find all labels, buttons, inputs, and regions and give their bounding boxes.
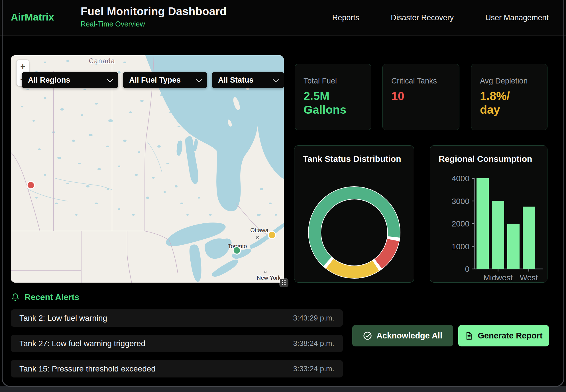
- svg-text:4000: 4000: [452, 174, 469, 183]
- tank-status-distribution-card: Tank Status Distribution: [294, 145, 414, 283]
- map-filters: All Regions All Fuel Types All Status: [22, 72, 284, 88]
- chevron-down-icon: [107, 76, 113, 82]
- alert-row: Tank 15: Pressure threshold exceeded 3:3…: [11, 360, 343, 377]
- alert-timestamp: 3:43:29 p.m.: [293, 314, 334, 322]
- filter-fuel-types-value: All Fuel Types: [129, 76, 181, 85]
- chevron-down-icon: [196, 76, 202, 82]
- bell-icon: [11, 293, 20, 302]
- generate-report-label: Generate Report: [478, 331, 542, 340]
- alert-timestamp: 3:33:24 p.m.: [293, 364, 334, 373]
- alert-message: Tank 2: Low fuel warning: [19, 314, 107, 323]
- map-city-ottawa: Ottawa: [250, 227, 268, 233]
- map-city-newyork: New York: [257, 275, 281, 281]
- nav-item-user-management[interactable]: User Management: [485, 13, 549, 22]
- stat-value: 10: [391, 89, 451, 103]
- alert-timestamp: 3:38:24 p.m.: [293, 339, 334, 348]
- svg-text:2000: 2000: [452, 219, 469, 228]
- nav-item-disaster-recovery[interactable]: Disaster Recovery: [391, 13, 454, 22]
- map-country-label: Canada: [89, 57, 115, 65]
- map-marker-warning[interactable]: [268, 231, 276, 239]
- brand-logo: AirMatrix: [11, 11, 54, 23]
- svg-text:West: West: [520, 273, 538, 282]
- filter-status-value: All Status: [218, 76, 254, 85]
- alerts-list: Tank 2: Low fuel warning 3:43:29 p.m. Ta…: [11, 309, 343, 385]
- check-circle-icon: [363, 331, 372, 340]
- alert-message: Tank 15: Pressure threshold exceeded: [19, 364, 156, 373]
- nav-item-reports[interactable]: Reports: [332, 13, 359, 22]
- regional-consumption-bar-chart: 01000200030004000MidwestWest: [430, 146, 548, 283]
- svg-text:3000: 3000: [452, 197, 469, 206]
- zoom-in-button[interactable]: +: [17, 60, 29, 73]
- page-subtitle: Real-Time Overview: [81, 20, 227, 28]
- title-block: Fuel Monitoring Dashboard Real-Time Over…: [81, 5, 227, 28]
- donut-chart-title: Tank Status Distribution: [303, 154, 401, 164]
- filter-regions-dropdown[interactable]: All Regions: [22, 72, 118, 88]
- main-nav: Reports Disaster Recovery User Managemen…: [332, 0, 549, 35]
- svg-text:0: 0: [465, 265, 469, 273]
- tank-status-donut-chart: [307, 185, 401, 279]
- stat-card-avg-depletion: Avg Depletion 1.8%/ day: [471, 64, 547, 130]
- chevron-down-icon: [273, 76, 279, 82]
- filter-status-dropdown[interactable]: All Status: [212, 72, 284, 88]
- alert-row: Tank 27: Low fuel warning triggered 3:38…: [11, 335, 343, 352]
- dashboard-root: AirMatrix Fuel Monitoring Dashboard Real…: [0, 0, 566, 386]
- svg-text:Midwest: Midwest: [483, 273, 513, 282]
- document-icon: [465, 332, 473, 340]
- map-canvas[interactable]: Canada Ottawa Toronto New York: [11, 55, 284, 283]
- stat-value: 2.5M Gallons: [304, 89, 363, 117]
- header: AirMatrix Fuel Monitoring Dashboard Real…: [0, 0, 566, 36]
- svg-text:1000: 1000: [452, 242, 469, 251]
- alert-message: Tank 27: Low fuel warning triggered: [19, 339, 145, 348]
- regional-consumption-card: Regional Consumption 01000200030004000Mi…: [430, 145, 547, 283]
- map-resize-handle-icon[interactable]: [280, 279, 288, 287]
- stat-label: Avg Depletion: [480, 77, 539, 85]
- generate-report-button[interactable]: Generate Report: [458, 325, 549, 346]
- page-title: Fuel Monitoring Dashboard: [81, 5, 227, 18]
- map-panel[interactable]: Canada Ottawa Toronto New York + − All R…: [11, 55, 284, 283]
- recent-alerts-title: Recent Alerts: [25, 292, 79, 302]
- stat-label: Total Fuel: [304, 77, 363, 85]
- window-bottom-bar: [0, 386, 566, 392]
- stat-label: Critical Tanks: [391, 77, 451, 85]
- filter-regions-value: All Regions: [28, 76, 70, 85]
- recent-alerts-header: Recent Alerts: [11, 292, 79, 302]
- stat-value: 1.8%/ day: [480, 89, 539, 117]
- stat-card-total-fuel: Total Fuel 2.5M Gallons: [295, 64, 371, 130]
- map-marker-normal[interactable]: [233, 247, 241, 254]
- acknowledge-all-button[interactable]: Acknowledge All: [352, 325, 453, 346]
- map-marker-critical[interactable]: [27, 181, 34, 189]
- acknowledge-all-label: Acknowledge All: [376, 331, 442, 340]
- alert-row: Tank 2: Low fuel warning 3:43:29 p.m.: [11, 309, 343, 327]
- stat-card-critical-tanks: Critical Tanks 10: [382, 64, 459, 130]
- filter-fuel-types-dropdown[interactable]: All Fuel Types: [123, 72, 207, 88]
